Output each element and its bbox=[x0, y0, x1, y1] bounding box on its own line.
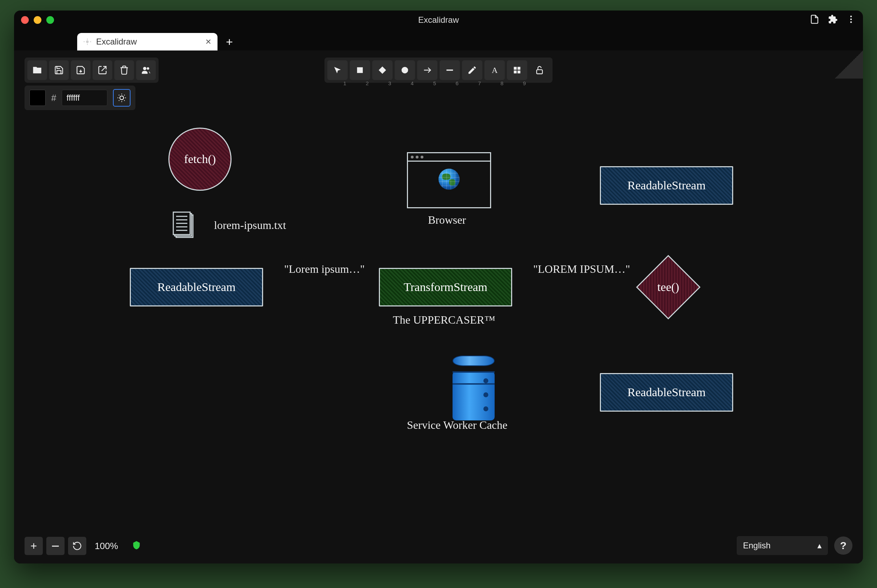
svg-point-3 bbox=[86, 40, 89, 43]
app-window: Excalidraw Excalidraw × + bbox=[14, 10, 863, 564]
diagram-node-readablestream-1[interactable]: ReadableStream bbox=[130, 268, 263, 306]
diagram-label-uppercaser: The UPPERCASER™ bbox=[393, 314, 496, 326]
tab-strip: Excalidraw × + bbox=[14, 30, 863, 51]
document-icon[interactable] bbox=[809, 14, 820, 26]
canvas[interactable]: fetch() lorem-ipsum.txt ReadableStream "… bbox=[14, 51, 863, 564]
diagram-label-browser: Browser bbox=[428, 213, 466, 226]
window-title: Excalidraw bbox=[418, 15, 459, 25]
diagram-node-fetch[interactable]: fetch() bbox=[168, 128, 231, 191]
diagram-node-tee[interactable]: tee() bbox=[636, 255, 701, 320]
menu-dots-icon[interactable] bbox=[846, 14, 856, 26]
diagram-cylinder-icon[interactable] bbox=[452, 356, 495, 420]
window-maximize-button[interactable] bbox=[46, 16, 54, 24]
diagram-node-transformstream[interactable]: TransformStream bbox=[379, 268, 512, 306]
app-body: # 1 2 3 4 bbox=[14, 51, 863, 564]
extension-icon[interactable] bbox=[828, 14, 838, 26]
titlebar: Excalidraw bbox=[14, 10, 863, 30]
svg-point-2 bbox=[850, 21, 852, 23]
tab-label: Excalidraw bbox=[96, 37, 137, 46]
document-stack-icon[interactable] bbox=[172, 210, 197, 242]
new-tab-button[interactable]: + bbox=[222, 35, 236, 49]
diagram-label-filename: lorem-ipsum.txt bbox=[214, 219, 286, 232]
diagram-browser-icon[interactable] bbox=[407, 152, 491, 208]
diagram-node-readablestream-2[interactable]: ReadableStream bbox=[600, 166, 733, 205]
svg-point-0 bbox=[850, 16, 852, 18]
window-close-button[interactable] bbox=[21, 16, 29, 24]
diagram-arrows bbox=[14, 51, 119, 103]
diagram-label-lorem: "Lorem ipsum…" bbox=[284, 262, 365, 276]
diagram-node-readablestream-3[interactable]: ReadableStream bbox=[600, 373, 733, 412]
tab-favicon-icon bbox=[84, 38, 91, 46]
diagram-label-lorem-upper: "LOREM IPSUM…" bbox=[533, 262, 630, 276]
traffic-lights bbox=[21, 16, 54, 24]
diagram-label-cache: Service Worker Cache bbox=[407, 418, 507, 432]
browser-tab[interactable]: Excalidraw × bbox=[77, 33, 218, 51]
svg-point-1 bbox=[850, 19, 852, 20]
tab-close-icon[interactable]: × bbox=[206, 36, 211, 47]
window-minimize-button[interactable] bbox=[34, 16, 41, 24]
